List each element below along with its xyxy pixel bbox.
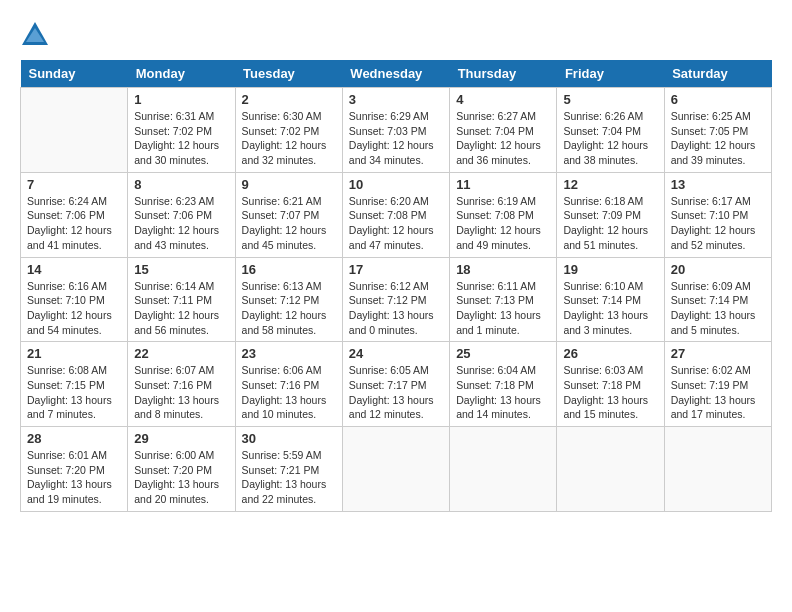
day-cell: 27Sunrise: 6:02 AMSunset: 7:19 PMDayligh…	[664, 342, 771, 427]
week-row-2: 14Sunrise: 6:16 AMSunset: 7:10 PMDayligh…	[21, 257, 772, 342]
header-row: SundayMondayTuesdayWednesdayThursdayFrid…	[21, 60, 772, 88]
day-cell: 24Sunrise: 6:05 AMSunset: 7:17 PMDayligh…	[342, 342, 449, 427]
day-info: Sunrise: 5:59 AMSunset: 7:21 PMDaylight:…	[242, 448, 336, 507]
day-number: 29	[134, 431, 228, 446]
day-cell: 15Sunrise: 6:14 AMSunset: 7:11 PMDayligh…	[128, 257, 235, 342]
day-cell: 1Sunrise: 6:31 AMSunset: 7:02 PMDaylight…	[128, 88, 235, 173]
day-cell: 23Sunrise: 6:06 AMSunset: 7:16 PMDayligh…	[235, 342, 342, 427]
day-number: 26	[563, 346, 657, 361]
day-cell: 20Sunrise: 6:09 AMSunset: 7:14 PMDayligh…	[664, 257, 771, 342]
header	[20, 20, 772, 50]
logo	[20, 20, 54, 50]
week-row-0: 1Sunrise: 6:31 AMSunset: 7:02 PMDaylight…	[21, 88, 772, 173]
day-number: 21	[27, 346, 121, 361]
day-number: 17	[349, 262, 443, 277]
day-header-thursday: Thursday	[450, 60, 557, 88]
day-cell: 4Sunrise: 6:27 AMSunset: 7:04 PMDaylight…	[450, 88, 557, 173]
calendar-table: SundayMondayTuesdayWednesdayThursdayFrid…	[20, 60, 772, 512]
day-cell: 13Sunrise: 6:17 AMSunset: 7:10 PMDayligh…	[664, 172, 771, 257]
logo-icon	[20, 20, 50, 50]
day-number: 30	[242, 431, 336, 446]
day-number: 19	[563, 262, 657, 277]
day-cell: 18Sunrise: 6:11 AMSunset: 7:13 PMDayligh…	[450, 257, 557, 342]
day-info: Sunrise: 6:21 AMSunset: 7:07 PMDaylight:…	[242, 194, 336, 253]
day-number: 4	[456, 92, 550, 107]
day-info: Sunrise: 6:11 AMSunset: 7:13 PMDaylight:…	[456, 279, 550, 338]
day-cell: 29Sunrise: 6:00 AMSunset: 7:20 PMDayligh…	[128, 427, 235, 512]
day-number: 8	[134, 177, 228, 192]
day-number: 3	[349, 92, 443, 107]
day-number: 22	[134, 346, 228, 361]
day-cell	[450, 427, 557, 512]
day-info: Sunrise: 6:19 AMSunset: 7:08 PMDaylight:…	[456, 194, 550, 253]
day-info: Sunrise: 6:29 AMSunset: 7:03 PMDaylight:…	[349, 109, 443, 168]
day-number: 18	[456, 262, 550, 277]
day-number: 1	[134, 92, 228, 107]
week-row-4: 28Sunrise: 6:01 AMSunset: 7:20 PMDayligh…	[21, 427, 772, 512]
day-info: Sunrise: 6:23 AMSunset: 7:06 PMDaylight:…	[134, 194, 228, 253]
day-info: Sunrise: 6:25 AMSunset: 7:05 PMDaylight:…	[671, 109, 765, 168]
day-number: 2	[242, 92, 336, 107]
day-number: 7	[27, 177, 121, 192]
day-number: 13	[671, 177, 765, 192]
day-info: Sunrise: 6:18 AMSunset: 7:09 PMDaylight:…	[563, 194, 657, 253]
day-cell: 7Sunrise: 6:24 AMSunset: 7:06 PMDaylight…	[21, 172, 128, 257]
day-info: Sunrise: 6:20 AMSunset: 7:08 PMDaylight:…	[349, 194, 443, 253]
day-number: 10	[349, 177, 443, 192]
day-cell: 21Sunrise: 6:08 AMSunset: 7:15 PMDayligh…	[21, 342, 128, 427]
day-info: Sunrise: 6:08 AMSunset: 7:15 PMDaylight:…	[27, 363, 121, 422]
day-number: 9	[242, 177, 336, 192]
day-number: 24	[349, 346, 443, 361]
day-info: Sunrise: 6:12 AMSunset: 7:12 PMDaylight:…	[349, 279, 443, 338]
day-info: Sunrise: 6:07 AMSunset: 7:16 PMDaylight:…	[134, 363, 228, 422]
day-info: Sunrise: 6:00 AMSunset: 7:20 PMDaylight:…	[134, 448, 228, 507]
day-info: Sunrise: 6:03 AMSunset: 7:18 PMDaylight:…	[563, 363, 657, 422]
day-info: Sunrise: 6:27 AMSunset: 7:04 PMDaylight:…	[456, 109, 550, 168]
day-cell	[557, 427, 664, 512]
day-info: Sunrise: 6:10 AMSunset: 7:14 PMDaylight:…	[563, 279, 657, 338]
day-number: 11	[456, 177, 550, 192]
day-info: Sunrise: 6:24 AMSunset: 7:06 PMDaylight:…	[27, 194, 121, 253]
day-cell: 9Sunrise: 6:21 AMSunset: 7:07 PMDaylight…	[235, 172, 342, 257]
day-cell	[664, 427, 771, 512]
day-info: Sunrise: 6:05 AMSunset: 7:17 PMDaylight:…	[349, 363, 443, 422]
day-cell: 26Sunrise: 6:03 AMSunset: 7:18 PMDayligh…	[557, 342, 664, 427]
day-info: Sunrise: 6:04 AMSunset: 7:18 PMDaylight:…	[456, 363, 550, 422]
day-info: Sunrise: 6:01 AMSunset: 7:20 PMDaylight:…	[27, 448, 121, 507]
day-cell: 30Sunrise: 5:59 AMSunset: 7:21 PMDayligh…	[235, 427, 342, 512]
day-info: Sunrise: 6:31 AMSunset: 7:02 PMDaylight:…	[134, 109, 228, 168]
day-header-monday: Monday	[128, 60, 235, 88]
day-number: 28	[27, 431, 121, 446]
day-header-wednesday: Wednesday	[342, 60, 449, 88]
day-number: 20	[671, 262, 765, 277]
day-number: 27	[671, 346, 765, 361]
day-cell: 16Sunrise: 6:13 AMSunset: 7:12 PMDayligh…	[235, 257, 342, 342]
day-cell: 10Sunrise: 6:20 AMSunset: 7:08 PMDayligh…	[342, 172, 449, 257]
day-info: Sunrise: 6:02 AMSunset: 7:19 PMDaylight:…	[671, 363, 765, 422]
day-number: 23	[242, 346, 336, 361]
day-number: 14	[27, 262, 121, 277]
day-cell: 17Sunrise: 6:12 AMSunset: 7:12 PMDayligh…	[342, 257, 449, 342]
day-cell: 11Sunrise: 6:19 AMSunset: 7:08 PMDayligh…	[450, 172, 557, 257]
day-cell: 6Sunrise: 6:25 AMSunset: 7:05 PMDaylight…	[664, 88, 771, 173]
day-number: 16	[242, 262, 336, 277]
day-info: Sunrise: 6:17 AMSunset: 7:10 PMDaylight:…	[671, 194, 765, 253]
day-cell	[21, 88, 128, 173]
day-cell: 14Sunrise: 6:16 AMSunset: 7:10 PMDayligh…	[21, 257, 128, 342]
day-info: Sunrise: 6:16 AMSunset: 7:10 PMDaylight:…	[27, 279, 121, 338]
day-number: 12	[563, 177, 657, 192]
day-cell: 28Sunrise: 6:01 AMSunset: 7:20 PMDayligh…	[21, 427, 128, 512]
day-info: Sunrise: 6:09 AMSunset: 7:14 PMDaylight:…	[671, 279, 765, 338]
week-row-1: 7Sunrise: 6:24 AMSunset: 7:06 PMDaylight…	[21, 172, 772, 257]
day-number: 6	[671, 92, 765, 107]
day-info: Sunrise: 6:30 AMSunset: 7:02 PMDaylight:…	[242, 109, 336, 168]
day-number: 15	[134, 262, 228, 277]
day-header-friday: Friday	[557, 60, 664, 88]
day-header-tuesday: Tuesday	[235, 60, 342, 88]
week-row-3: 21Sunrise: 6:08 AMSunset: 7:15 PMDayligh…	[21, 342, 772, 427]
day-cell: 19Sunrise: 6:10 AMSunset: 7:14 PMDayligh…	[557, 257, 664, 342]
day-cell: 2Sunrise: 6:30 AMSunset: 7:02 PMDaylight…	[235, 88, 342, 173]
day-info: Sunrise: 6:06 AMSunset: 7:16 PMDaylight:…	[242, 363, 336, 422]
day-cell: 8Sunrise: 6:23 AMSunset: 7:06 PMDaylight…	[128, 172, 235, 257]
day-cell: 25Sunrise: 6:04 AMSunset: 7:18 PMDayligh…	[450, 342, 557, 427]
